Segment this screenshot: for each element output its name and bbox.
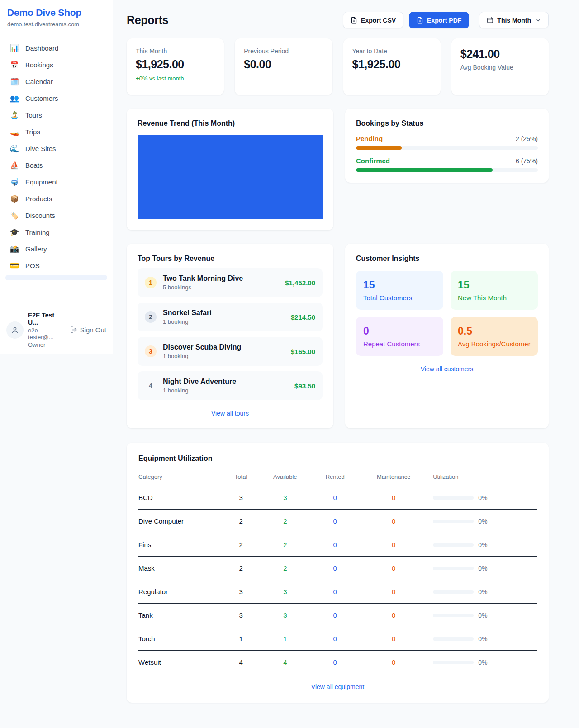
sidebar-item-tours[interactable]: 🏝️ Tours [0, 107, 113, 123]
tile-label: Total Customers [363, 294, 436, 302]
page-header: Reports Export CSV Export PDF [127, 12, 549, 28]
sidebar-item-label: Boats [25, 161, 43, 169]
top-tours-title: Top Tours by Revenue [138, 255, 323, 263]
cell-total: 3 [224, 604, 258, 627]
tour-name: Night Dive Adventure [163, 378, 288, 386]
table-row: Tank 3 3 0 0 0% [138, 604, 537, 627]
sidebar-item-customers[interactable]: 👥 Customers [0, 90, 113, 107]
utilization-percent: 0% [478, 541, 487, 548]
tag-icon: 🏷️ [10, 212, 19, 219]
tile-label: New This Month [458, 294, 531, 302]
col-rented: Rented [312, 467, 358, 486]
bar-chart-icon: 📊 [10, 45, 19, 52]
sidebar-item-calendar[interactable]: 🗓️ Calendar [0, 73, 113, 90]
tour-bookings: 1 booking [163, 387, 288, 394]
list-item[interactable]: 4 Night Dive Adventure 1 booking $93.50 [138, 371, 323, 400]
export-pdf-label: Export PDF [427, 17, 461, 24]
sidebar-item-label: Calendar [25, 78, 53, 85]
rank-badge: 1 [145, 277, 157, 288]
utilization-percent: 0% [478, 635, 487, 643]
sidebar-item-label: Products [25, 195, 52, 203]
list-item[interactable]: 2 Snorkel Safari 1 booking $214.50 [138, 303, 323, 331]
cell-rented: 0 [312, 510, 358, 533]
shop-name: Demo Dive Shop [7, 7, 105, 18]
cell-available: 4 [258, 651, 312, 674]
cell-category: Regulator [138, 580, 224, 604]
logout-icon [70, 326, 77, 334]
sidebar-item-pos[interactable]: 💳 POS [0, 257, 113, 274]
cell-total: 3 [224, 580, 258, 604]
table-row: Torch 1 1 0 0 0% [138, 627, 537, 651]
cell-total: 4 [224, 651, 258, 674]
cell-available: 1 [258, 627, 312, 651]
table-row: Mask 2 2 0 0 0% [138, 557, 537, 580]
stat-card-avg-booking-value: $241.00 Avg Booking Value [451, 38, 549, 95]
tour-bookings: 1 booking [163, 318, 285, 325]
stat-cards: This Month $1,925.00 +0% vs last month P… [127, 38, 549, 95]
status-count: 2 (25%) [516, 135, 538, 142]
cell-total: 3 [224, 486, 258, 510]
sidebar-item-training[interactable]: 🎓 Training [0, 224, 113, 241]
progress-track [356, 146, 538, 150]
chevron-down-icon [536, 18, 541, 23]
file-download-icon [351, 17, 357, 24]
cell-rented: 0 [312, 604, 358, 627]
sidebar-item-products[interactable]: 📦 Products [0, 190, 113, 207]
table-row: Fins 2 2 0 0 0% [138, 533, 537, 557]
cell-available: 3 [258, 604, 312, 627]
charts-row: Revenue Trend (This Month) Bookings by S… [127, 109, 549, 230]
tile-avg-bookings-customer: 0.5 Avg Bookings/Customer [451, 317, 538, 356]
cell-maintenance: 0 [358, 486, 429, 510]
sidebar-item-label: Discounts [25, 212, 55, 219]
view-all-customers-link[interactable]: View all customers [421, 365, 473, 373]
status-row-confirmed: Confirmed 6 (75%) [356, 157, 538, 172]
sidebar-item-label: Tours [25, 111, 42, 119]
utilization-bar [433, 520, 474, 523]
progress-track [356, 168, 538, 172]
col-category: Category [138, 467, 224, 486]
sidebar-item-equipment[interactable]: 🤿 Equipment [0, 174, 113, 190]
sidebar-item-dive-sites[interactable]: 🌊 Dive Sites [0, 140, 113, 157]
cell-total: 2 [224, 510, 258, 533]
sidebar-item-bookings[interactable]: 📅 Bookings [0, 57, 113, 73]
cell-rented: 0 [312, 486, 358, 510]
top-tours-card: Top Tours by Revenue 1 Two Tank Morning … [127, 244, 333, 428]
export-csv-button[interactable]: Export CSV [343, 12, 403, 28]
period-dropdown[interactable]: This Month [479, 12, 549, 28]
graduation-cap-icon: 🎓 [10, 229, 19, 236]
cell-rented: 0 [312, 533, 358, 557]
people-icon: 👥 [10, 95, 19, 102]
sidebar-item-label: Customers [25, 95, 58, 102]
list-item[interactable]: 3 Discover Scuba Diving 1 booking $165.0… [138, 337, 323, 366]
utilization-bar [433, 614, 474, 617]
sidebar-item-dashboard[interactable]: 📊 Dashboard [0, 40, 113, 57]
tour-revenue: $1,452.00 [285, 279, 315, 287]
rank-badge: 4 [145, 380, 157, 392]
utilization-percent: 0% [478, 612, 487, 619]
sidebar-item-label: Dive Sites [25, 145, 56, 152]
sidebar-item-boats[interactable]: ⛵ Boats [0, 157, 113, 174]
table-row: Regulator 3 3 0 0 0% [138, 580, 537, 604]
tour-name: Discover Scuba Diving [163, 343, 285, 351]
sidebar-item-reports-partial[interactable] [5, 275, 107, 280]
cell-rented: 0 [312, 627, 358, 651]
sign-out-button[interactable]: Sign Out [70, 326, 106, 334]
view-all-equipment-link[interactable]: View all equipment [311, 683, 364, 690]
sidebar-item-trips[interactable]: 🚤 Trips [0, 123, 113, 140]
equipment-utilization-card: Equipment Utilization Category Total Ava… [127, 443, 549, 703]
cell-category: BCD [138, 486, 224, 510]
sidebar-item-gallery[interactable]: 📸 Gallery [0, 241, 113, 257]
tile-label: Repeat Customers [363, 340, 436, 348]
revenue-trend-title: Revenue Trend (This Month) [138, 119, 323, 128]
calendar-pad-icon: 🗓️ [10, 78, 19, 85]
utilization-bar [433, 567, 474, 570]
sailboat-icon: ⛵ [10, 162, 19, 169]
camera-icon: 📸 [10, 246, 19, 253]
status-label: Pending [356, 135, 383, 142]
sidebar-item-discounts[interactable]: 🏷️ Discounts [0, 207, 113, 224]
export-csv-label: Export CSV [361, 17, 396, 24]
list-item[interactable]: 1 Two Tank Morning Dive 5 bookings $1,45… [138, 268, 323, 297]
revenue-trend-card: Revenue Trend (This Month) [127, 109, 333, 230]
export-pdf-button[interactable]: Export PDF [409, 12, 469, 28]
view-all-tours-link[interactable]: View all tours [211, 410, 249, 417]
